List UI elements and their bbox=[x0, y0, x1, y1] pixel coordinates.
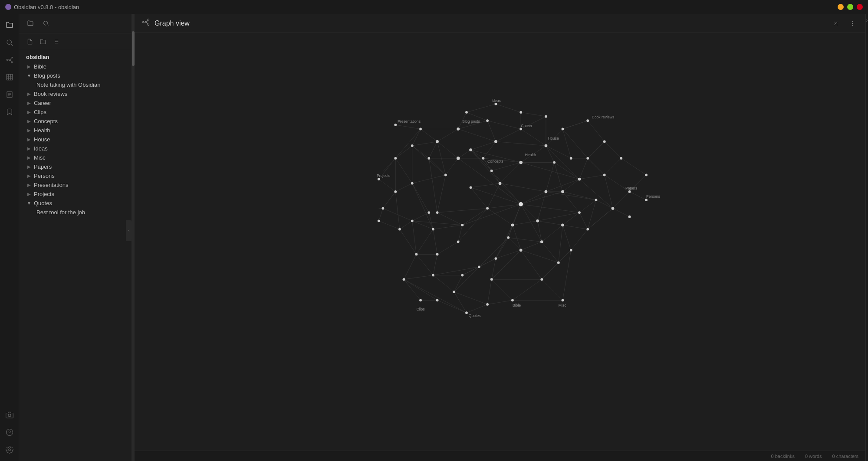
svg-point-264 bbox=[486, 119, 489, 122]
svg-point-18 bbox=[8, 414, 11, 417]
tree-item-ideas[interactable]: ▶ Ideas bbox=[19, 144, 132, 153]
arrow-blog-posts: ▼ bbox=[26, 73, 32, 79]
camera-activity-icon[interactable] bbox=[2, 407, 17, 423]
svg-point-305 bbox=[378, 178, 380, 180]
svg-point-244 bbox=[536, 219, 539, 222]
svg-text:Projects: Projects bbox=[377, 173, 391, 178]
close-graph-button[interactable] bbox=[830, 17, 842, 29]
svg-point-280 bbox=[603, 174, 606, 177]
window-controls: − □ × bbox=[838, 4, 863, 10]
arrow-persons: ▶ bbox=[26, 173, 32, 179]
svg-point-246 bbox=[507, 236, 510, 239]
minimize-button[interactable]: − bbox=[838, 4, 844, 10]
label-clips: Clips bbox=[34, 109, 46, 115]
tree-item-blog-posts[interactable]: ▼ Blog posts bbox=[19, 71, 132, 80]
svg-point-21 bbox=[8, 449, 10, 451]
label-projects: Projects bbox=[34, 191, 54, 197]
tree-item-house[interactable]: ▶ House bbox=[19, 135, 132, 144]
explorer-content[interactable]: obsidian ▶ Bible ▼ Blog posts Note takin… bbox=[19, 50, 132, 461]
right-sidebar-toggle[interactable]: › bbox=[866, 17, 868, 23]
svg-point-288 bbox=[570, 249, 572, 252]
svg-point-241 bbox=[499, 182, 502, 185]
svg-point-271 bbox=[553, 161, 556, 164]
svg-point-310 bbox=[427, 211, 430, 214]
svg-point-301 bbox=[490, 278, 493, 281]
help-activity-icon[interactable] bbox=[2, 425, 17, 440]
graph-canvas[interactable]: Blog posts Career Concepts Health House … bbox=[135, 33, 865, 451]
main-area: Graph view bbox=[135, 14, 865, 461]
search-header-icon[interactable] bbox=[40, 17, 52, 29]
svg-point-257 bbox=[494, 140, 497, 143]
svg-line-23 bbox=[47, 25, 49, 26]
tree-item-best-tool[interactable]: Best tool for the job bbox=[19, 208, 132, 217]
nav-collapse-button[interactable]: ‹ bbox=[126, 220, 132, 241]
tree-item-note-taking[interactable]: Note taking with Obsidian bbox=[19, 80, 132, 89]
files-header-icon[interactable] bbox=[24, 17, 36, 29]
tree-item-book-reviews[interactable]: ▶ Book reviews bbox=[19, 89, 132, 98]
maximize-button[interactable]: □ bbox=[847, 4, 853, 10]
svg-text:Quotes: Quotes bbox=[469, 314, 481, 318]
svg-point-298 bbox=[511, 299, 514, 301]
table-activity-icon[interactable] bbox=[2, 69, 17, 85]
tree-item-projects[interactable]: ▶ Projects bbox=[19, 190, 132, 199]
svg-text:Bible: Bible bbox=[513, 303, 521, 307]
svg-point-285 bbox=[628, 216, 631, 218]
tree-item-health[interactable]: ▶ Health bbox=[19, 126, 132, 135]
svg-point-304 bbox=[394, 190, 397, 193]
svg-text:Concepts: Concepts bbox=[487, 159, 503, 163]
files-activity-icon[interactable] bbox=[2, 17, 17, 33]
svg-point-307 bbox=[398, 228, 401, 231]
svg-text:Ideas: Ideas bbox=[492, 98, 501, 103]
titlebar-text: Obsidian v0.8.0 - obsidian bbox=[14, 4, 79, 10]
new-folder-button[interactable] bbox=[37, 36, 49, 47]
svg-text:Clips: Clips bbox=[416, 307, 425, 311]
label-book-reviews: Book reviews bbox=[34, 91, 67, 97]
svg-point-254 bbox=[469, 148, 472, 151]
svg-point-262 bbox=[419, 128, 422, 131]
svg-point-269 bbox=[519, 128, 522, 131]
new-file-button[interactable] bbox=[24, 36, 36, 47]
settings-activity-icon[interactable] bbox=[2, 442, 17, 458]
svg-point-306 bbox=[381, 207, 384, 210]
tree-item-misc[interactable]: ▶ Misc bbox=[19, 153, 132, 162]
svg-point-22 bbox=[44, 21, 48, 25]
tree-item-bible[interactable]: ▶ Bible bbox=[19, 62, 132, 71]
svg-text:Presentations: Presentations bbox=[398, 119, 421, 124]
svg-point-303 bbox=[411, 182, 414, 185]
graph-activity-icon[interactable] bbox=[2, 52, 17, 68]
svg-point-315 bbox=[403, 278, 405, 281]
svg-point-302 bbox=[394, 157, 397, 160]
notes-activity-icon[interactable] bbox=[2, 87, 17, 102]
tree-item-quotes[interactable]: ▼ Quotes bbox=[19, 199, 132, 208]
close-window-button[interactable]: × bbox=[857, 4, 863, 10]
tree-item-papers[interactable]: ▶ Papers bbox=[19, 162, 132, 171]
graph-view-title: Graph view bbox=[155, 20, 190, 27]
svg-text:Blog posts: Blog posts bbox=[462, 119, 480, 124]
svg-point-291 bbox=[494, 257, 497, 260]
svg-point-30 bbox=[143, 21, 144, 23]
tree-item-presentations[interactable]: ▶ Presentations bbox=[19, 180, 132, 190]
tree-item-concepts[interactable]: ▶ Concepts bbox=[19, 117, 132, 126]
tree-item-persons[interactable]: ▶ Persons bbox=[19, 171, 132, 180]
svg-point-292 bbox=[478, 265, 480, 268]
svg-point-270 bbox=[545, 144, 548, 147]
sort-button[interactable] bbox=[50, 36, 62, 47]
tree-item-career[interactable]: ▶ Career bbox=[19, 98, 132, 108]
svg-point-253 bbox=[457, 157, 460, 160]
arrow-projects: ▶ bbox=[26, 191, 32, 197]
right-sidebar[interactable]: › bbox=[865, 14, 868, 461]
svg-point-39 bbox=[852, 21, 852, 21]
svg-point-19 bbox=[6, 429, 13, 436]
arrow-ideas: ▶ bbox=[26, 146, 32, 152]
graph-view-icon bbox=[141, 18, 150, 29]
search-activity-icon[interactable] bbox=[2, 35, 17, 50]
more-options-button[interactable] bbox=[846, 17, 858, 29]
svg-text:Papers: Papers bbox=[625, 186, 638, 190]
label-concepts: Concepts bbox=[34, 118, 58, 124]
svg-line-7 bbox=[10, 58, 11, 60]
svg-point-318 bbox=[394, 124, 397, 126]
bookmark-activity-icon[interactable] bbox=[2, 104, 17, 120]
arrow-misc: ▶ bbox=[26, 155, 32, 161]
svg-point-0 bbox=[7, 40, 12, 45]
tree-item-clips[interactable]: ▶ Clips bbox=[19, 108, 132, 117]
